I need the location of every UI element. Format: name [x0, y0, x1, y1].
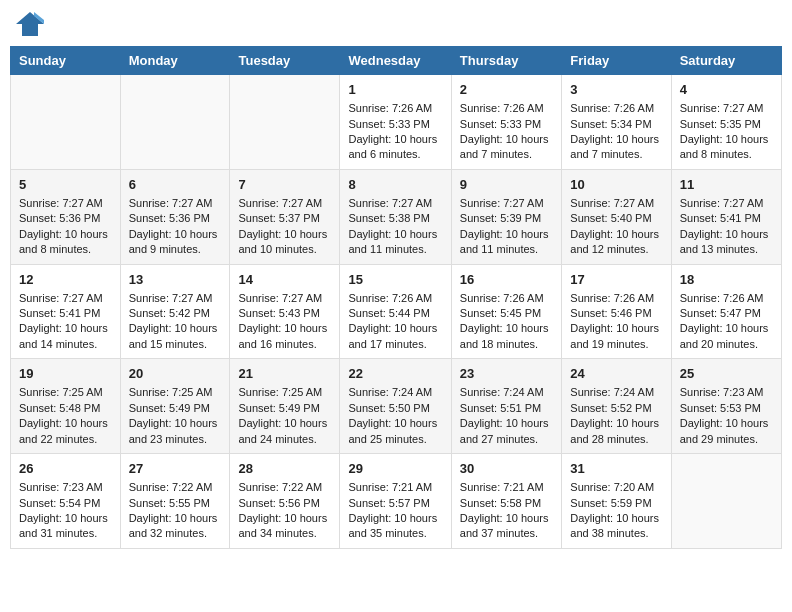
calendar-day-cell: 26Sunrise: 7:23 AM Sunset: 5:54 PM Dayli…	[11, 454, 121, 549]
day-info: Sunrise: 7:22 AM Sunset: 5:56 PM Dayligh…	[238, 481, 327, 539]
calendar-day-cell: 3Sunrise: 7:26 AM Sunset: 5:34 PM Daylig…	[562, 75, 671, 170]
day-info: Sunrise: 7:25 AM Sunset: 5:49 PM Dayligh…	[129, 386, 218, 444]
day-info: Sunrise: 7:27 AM Sunset: 5:43 PM Dayligh…	[238, 292, 327, 350]
day-number: 14	[238, 271, 331, 289]
calendar-day-cell: 13Sunrise: 7:27 AM Sunset: 5:42 PM Dayli…	[120, 264, 230, 359]
calendar-header-row: SundayMondayTuesdayWednesdayThursdayFrid…	[11, 47, 782, 75]
calendar-day-cell	[230, 75, 340, 170]
calendar-day-cell: 30Sunrise: 7:21 AM Sunset: 5:58 PM Dayli…	[451, 454, 561, 549]
calendar-day-cell: 10Sunrise: 7:27 AM Sunset: 5:40 PM Dayli…	[562, 169, 671, 264]
day-number: 29	[348, 460, 442, 478]
day-number: 22	[348, 365, 442, 383]
calendar-week-row: 19Sunrise: 7:25 AM Sunset: 5:48 PM Dayli…	[11, 359, 782, 454]
calendar-day-cell: 18Sunrise: 7:26 AM Sunset: 5:47 PM Dayli…	[671, 264, 781, 359]
day-number: 1	[348, 81, 442, 99]
day-info: Sunrise: 7:24 AM Sunset: 5:52 PM Dayligh…	[570, 386, 659, 444]
calendar-day-cell: 14Sunrise: 7:27 AM Sunset: 5:43 PM Dayli…	[230, 264, 340, 359]
calendar-day-cell: 2Sunrise: 7:26 AM Sunset: 5:33 PM Daylig…	[451, 75, 561, 170]
day-number: 12	[19, 271, 112, 289]
day-of-week-header: Tuesday	[230, 47, 340, 75]
calendar-day-cell: 20Sunrise: 7:25 AM Sunset: 5:49 PM Dayli…	[120, 359, 230, 454]
day-info: Sunrise: 7:27 AM Sunset: 5:40 PM Dayligh…	[570, 197, 659, 255]
day-number: 17	[570, 271, 662, 289]
calendar-day-cell: 28Sunrise: 7:22 AM Sunset: 5:56 PM Dayli…	[230, 454, 340, 549]
day-number: 11	[680, 176, 773, 194]
day-number: 23	[460, 365, 553, 383]
calendar-day-cell: 31Sunrise: 7:20 AM Sunset: 5:59 PM Dayli…	[562, 454, 671, 549]
day-number: 24	[570, 365, 662, 383]
day-number: 31	[570, 460, 662, 478]
day-number: 4	[680, 81, 773, 99]
day-number: 25	[680, 365, 773, 383]
calendar-day-cell: 23Sunrise: 7:24 AM Sunset: 5:51 PM Dayli…	[451, 359, 561, 454]
day-number: 9	[460, 176, 553, 194]
day-info: Sunrise: 7:27 AM Sunset: 5:38 PM Dayligh…	[348, 197, 437, 255]
calendar-day-cell: 8Sunrise: 7:27 AM Sunset: 5:38 PM Daylig…	[340, 169, 451, 264]
day-number: 10	[570, 176, 662, 194]
day-of-week-header: Sunday	[11, 47, 121, 75]
day-info: Sunrise: 7:27 AM Sunset: 5:37 PM Dayligh…	[238, 197, 327, 255]
calendar-day-cell: 16Sunrise: 7:26 AM Sunset: 5:45 PM Dayli…	[451, 264, 561, 359]
logo	[14, 10, 50, 38]
day-number: 7	[238, 176, 331, 194]
svg-marker-0	[16, 12, 44, 36]
calendar-day-cell	[120, 75, 230, 170]
day-info: Sunrise: 7:26 AM Sunset: 5:45 PM Dayligh…	[460, 292, 549, 350]
day-info: Sunrise: 7:26 AM Sunset: 5:33 PM Dayligh…	[348, 102, 437, 160]
calendar-day-cell: 6Sunrise: 7:27 AM Sunset: 5:36 PM Daylig…	[120, 169, 230, 264]
calendar-day-cell: 12Sunrise: 7:27 AM Sunset: 5:41 PM Dayli…	[11, 264, 121, 359]
day-info: Sunrise: 7:26 AM Sunset: 5:44 PM Dayligh…	[348, 292, 437, 350]
day-number: 28	[238, 460, 331, 478]
day-number: 5	[19, 176, 112, 194]
day-number: 15	[348, 271, 442, 289]
day-info: Sunrise: 7:24 AM Sunset: 5:51 PM Dayligh…	[460, 386, 549, 444]
day-info: Sunrise: 7:25 AM Sunset: 5:49 PM Dayligh…	[238, 386, 327, 444]
calendar-day-cell	[671, 454, 781, 549]
day-number: 13	[129, 271, 222, 289]
calendar-day-cell: 7Sunrise: 7:27 AM Sunset: 5:37 PM Daylig…	[230, 169, 340, 264]
calendar-day-cell: 29Sunrise: 7:21 AM Sunset: 5:57 PM Dayli…	[340, 454, 451, 549]
day-info: Sunrise: 7:22 AM Sunset: 5:55 PM Dayligh…	[129, 481, 218, 539]
calendar-week-row: 26Sunrise: 7:23 AM Sunset: 5:54 PM Dayli…	[11, 454, 782, 549]
day-info: Sunrise: 7:27 AM Sunset: 5:35 PM Dayligh…	[680, 102, 769, 160]
calendar-day-cell: 25Sunrise: 7:23 AM Sunset: 5:53 PM Dayli…	[671, 359, 781, 454]
day-info: Sunrise: 7:23 AM Sunset: 5:53 PM Dayligh…	[680, 386, 769, 444]
day-of-week-header: Saturday	[671, 47, 781, 75]
day-of-week-header: Monday	[120, 47, 230, 75]
calendar-day-cell: 5Sunrise: 7:27 AM Sunset: 5:36 PM Daylig…	[11, 169, 121, 264]
day-info: Sunrise: 7:23 AM Sunset: 5:54 PM Dayligh…	[19, 481, 108, 539]
day-number: 20	[129, 365, 222, 383]
calendar-day-cell: 24Sunrise: 7:24 AM Sunset: 5:52 PM Dayli…	[562, 359, 671, 454]
day-info: Sunrise: 7:26 AM Sunset: 5:46 PM Dayligh…	[570, 292, 659, 350]
calendar-day-cell: 1Sunrise: 7:26 AM Sunset: 5:33 PM Daylig…	[340, 75, 451, 170]
day-number: 3	[570, 81, 662, 99]
day-of-week-header: Wednesday	[340, 47, 451, 75]
calendar-day-cell	[11, 75, 121, 170]
calendar-week-row: 5Sunrise: 7:27 AM Sunset: 5:36 PM Daylig…	[11, 169, 782, 264]
calendar-day-cell: 11Sunrise: 7:27 AM Sunset: 5:41 PM Dayli…	[671, 169, 781, 264]
day-number: 30	[460, 460, 553, 478]
calendar-day-cell: 19Sunrise: 7:25 AM Sunset: 5:48 PM Dayli…	[11, 359, 121, 454]
day-info: Sunrise: 7:21 AM Sunset: 5:57 PM Dayligh…	[348, 481, 437, 539]
day-info: Sunrise: 7:27 AM Sunset: 5:36 PM Dayligh…	[19, 197, 108, 255]
day-number: 27	[129, 460, 222, 478]
day-number: 16	[460, 271, 553, 289]
calendar-day-cell: 15Sunrise: 7:26 AM Sunset: 5:44 PM Dayli…	[340, 264, 451, 359]
calendar-table: SundayMondayTuesdayWednesdayThursdayFrid…	[10, 46, 782, 549]
calendar-week-row: 1Sunrise: 7:26 AM Sunset: 5:33 PM Daylig…	[11, 75, 782, 170]
day-info: Sunrise: 7:26 AM Sunset: 5:33 PM Dayligh…	[460, 102, 549, 160]
calendar-day-cell: 22Sunrise: 7:24 AM Sunset: 5:50 PM Dayli…	[340, 359, 451, 454]
day-number: 19	[19, 365, 112, 383]
calendar-day-cell: 4Sunrise: 7:27 AM Sunset: 5:35 PM Daylig…	[671, 75, 781, 170]
calendar-week-row: 12Sunrise: 7:27 AM Sunset: 5:41 PM Dayli…	[11, 264, 782, 359]
day-info: Sunrise: 7:27 AM Sunset: 5:41 PM Dayligh…	[19, 292, 108, 350]
day-info: Sunrise: 7:26 AM Sunset: 5:34 PM Dayligh…	[570, 102, 659, 160]
day-info: Sunrise: 7:25 AM Sunset: 5:48 PM Dayligh…	[19, 386, 108, 444]
day-info: Sunrise: 7:27 AM Sunset: 5:36 PM Dayligh…	[129, 197, 218, 255]
day-number: 8	[348, 176, 442, 194]
day-number: 6	[129, 176, 222, 194]
day-number: 26	[19, 460, 112, 478]
logo-icon	[14, 10, 46, 38]
day-info: Sunrise: 7:24 AM Sunset: 5:50 PM Dayligh…	[348, 386, 437, 444]
day-info: Sunrise: 7:27 AM Sunset: 5:41 PM Dayligh…	[680, 197, 769, 255]
